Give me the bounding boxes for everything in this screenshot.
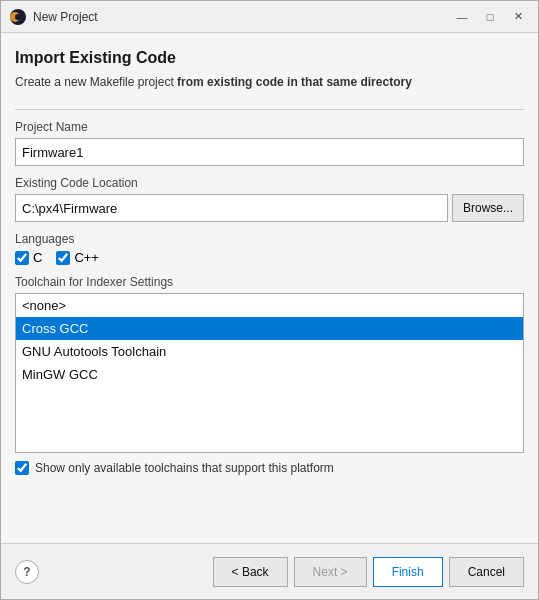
svg-point-2 (15, 14, 21, 20)
divider (15, 109, 524, 110)
toolchain-label: Toolchain for Indexer Settings (15, 275, 524, 289)
page-title: Import Existing Code (15, 49, 524, 67)
finish-button[interactable]: Finish (373, 557, 443, 587)
window-title: New Project (33, 10, 450, 24)
page-description: Create a new Makefile project from exist… (15, 73, 524, 91)
cpp-language-checkbox[interactable] (56, 251, 70, 265)
project-name-label: Project Name (15, 120, 524, 134)
close-button[interactable]: ✕ (506, 7, 530, 27)
cpp-language-checkbox-label[interactable]: C++ (56, 250, 99, 265)
code-location-row: Browse... (15, 194, 524, 222)
title-bar: New Project — □ ✕ (1, 1, 538, 33)
window: New Project — □ ✕ Import Existing Code C… (0, 0, 539, 600)
desc-bold: from existing code in that same director… (177, 75, 412, 89)
languages-label: Languages (15, 232, 524, 246)
toolchain-item-cross-gcc[interactable]: Cross GCC (16, 317, 523, 340)
c-language-checkbox[interactable] (15, 251, 29, 265)
app-icon (9, 8, 27, 26)
next-button[interactable]: Next > (294, 557, 367, 587)
footer: ? < Back Next > Finish Cancel (1, 543, 538, 599)
toolchain-item-mingw-gcc[interactable]: MinGW GCC (16, 363, 523, 386)
platform-check-row: Show only available toolchains that supp… (15, 461, 524, 475)
help-button[interactable]: ? (15, 560, 39, 584)
toolchain-item-gnu-autotools[interactable]: GNU Autotools Toolchain (16, 340, 523, 363)
maximize-button[interactable]: □ (478, 7, 502, 27)
project-name-section: Project Name (15, 120, 524, 166)
code-location-section: Existing Code Location Browse... (15, 176, 524, 222)
cpp-language-label: C++ (74, 250, 99, 265)
languages-section: Languages C C++ (15, 232, 524, 265)
toolchain-section: Toolchain for Indexer Settings <none> Cr… (15, 275, 524, 531)
browse-button[interactable]: Browse... (452, 194, 524, 222)
toolchain-list[interactable]: <none> Cross GCC GNU Autotools Toolchain… (15, 293, 524, 453)
desc-part1: Create a new Makefile project (15, 75, 177, 89)
toolchain-item-none[interactable]: <none> (16, 294, 523, 317)
back-button[interactable]: < Back (213, 557, 288, 587)
platform-check-label: Show only available toolchains that supp… (35, 461, 334, 475)
window-controls: — □ ✕ (450, 7, 530, 27)
languages-row: C C++ (15, 250, 524, 265)
cancel-button[interactable]: Cancel (449, 557, 524, 587)
footer-buttons: < Back Next > Finish Cancel (213, 557, 524, 587)
c-language-label: C (33, 250, 42, 265)
platform-check-checkbox[interactable] (15, 461, 29, 475)
code-location-input[interactable] (15, 194, 448, 222)
main-content: Import Existing Code Create a new Makefi… (1, 33, 538, 543)
code-location-label: Existing Code Location (15, 176, 524, 190)
c-language-checkbox-label[interactable]: C (15, 250, 42, 265)
project-name-input[interactable] (15, 138, 524, 166)
minimize-button[interactable]: — (450, 7, 474, 27)
